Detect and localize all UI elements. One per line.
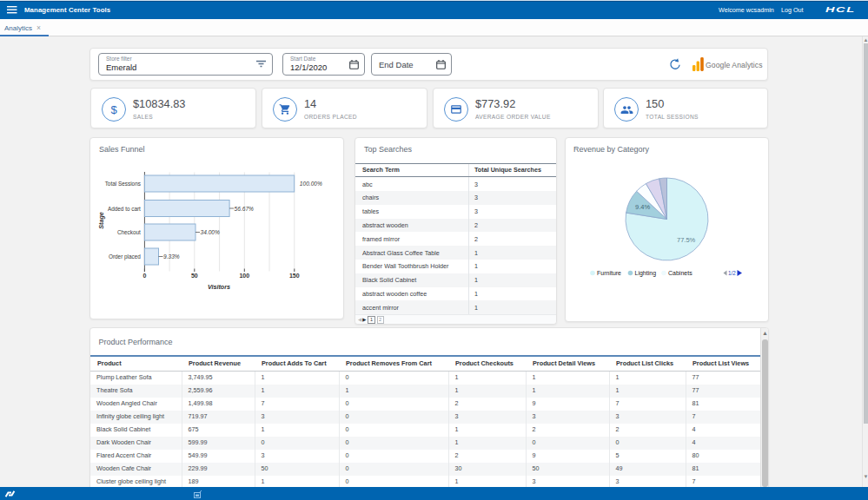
svg-text:56.67%: 56.67% <box>235 206 255 212</box>
svg-text:Visitors: Visitors <box>208 283 230 291</box>
svg-text:Cabinets: Cabinets <box>668 270 692 276</box>
svg-text:77.5%: 77.5% <box>677 236 696 244</box>
svg-text:150: 150 <box>289 273 300 279</box>
svg-text:100: 100 <box>239 273 249 279</box>
svg-text:0: 0 <box>142 273 146 279</box>
svg-text:Checkout: Checkout <box>117 229 141 235</box>
svg-text:34.00%: 34.00% <box>201 229 221 235</box>
svg-text:Order placed: Order placed <box>109 253 141 260</box>
svg-text:Total Sessions: Total Sessions <box>105 181 141 187</box>
svg-text:Furniture: Furniture <box>597 270 621 276</box>
svg-text:Lighting: Lighting <box>635 270 657 277</box>
svg-text:Stage: Stage <box>97 212 105 229</box>
svg-text:9.4%: 9.4% <box>635 203 650 211</box>
svg-text:100.00%: 100.00% <box>300 181 322 187</box>
svg-text:1/2: 1/2 <box>728 270 736 276</box>
svg-text:Added to cart: Added to cart <box>108 206 141 212</box>
svg-text:9.33%: 9.33% <box>163 253 180 260</box>
svg-text:50: 50 <box>191 273 198 279</box>
